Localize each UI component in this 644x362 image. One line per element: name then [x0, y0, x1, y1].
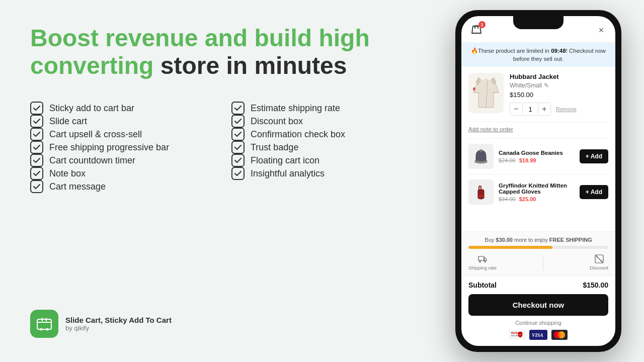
- edit-icon[interactable]: ✎: [544, 82, 549, 89]
- add-gloves-button[interactable]: + Add: [580, 185, 608, 199]
- item-name-jacket: Hubbard Jacket: [510, 73, 608, 80]
- truck-icon: [477, 254, 488, 264]
- svg-line-22: [595, 255, 603, 263]
- feature-slide: Slide cart: [30, 115, 211, 128]
- visa-badge-icon: VISA: [529, 330, 547, 340]
- check-icon-13: [231, 167, 245, 180]
- mastercard-badge: [551, 330, 568, 340]
- shipping-rate-icon-item: Shipping rate: [468, 254, 497, 270]
- feature-label-estimate: Estimate shipping rate: [251, 103, 340, 114]
- check-icon-9: [231, 115, 245, 128]
- upsell-prices-gloves: $34.00 $25.00: [499, 196, 575, 202]
- icons-divider: [543, 255, 543, 270]
- subtotal-amount: $150.00: [583, 281, 608, 289]
- discount-icon-item: Discount: [590, 254, 608, 270]
- svg-rect-9: [232, 128, 244, 140]
- discount-tag-icon: [594, 254, 604, 264]
- svg-rect-2: [31, 128, 43, 140]
- svg-rect-12: [232, 167, 244, 179]
- svg-rect-6: [31, 180, 43, 193]
- cart-footer: Subtotal $150.00 Checkout now Continue s…: [461, 276, 615, 346]
- upsell-name-beanies: Canada Goose Beanies: [499, 150, 575, 156]
- headline-green-converting: converting: [30, 52, 153, 79]
- feature-countdown: Cart countdown timer: [30, 154, 211, 167]
- item-image-jacket: [468, 73, 504, 113]
- feature-trust: Trust badge: [231, 141, 413, 154]
- phone-mock: 1 × 🔥These product are limited in 09:48!…: [455, 10, 621, 352]
- trust-badges-row: McAfee SECURE VISA: [468, 330, 608, 340]
- close-button[interactable]: ×: [595, 24, 607, 36]
- cart-app-icon: [36, 315, 53, 332]
- svg-rect-11: [232, 154, 244, 166]
- svg-point-17: [479, 149, 482, 152]
- check-icon-4: [30, 141, 43, 154]
- svg-rect-10: [232, 141, 244, 153]
- upsell-info-gloves: Gryffindor Knitted Mitten Capped Gloves …: [499, 183, 575, 202]
- shipping-bar-text: Buy $30.00 more to enjoy FREE SHIPPING: [468, 237, 608, 243]
- check-icon-8: [231, 102, 245, 115]
- feature-estimate: Estimate shipping rate: [231, 102, 413, 115]
- visa-badge: VISA: [529, 330, 547, 340]
- item-variant-jacket: White/Small ✎: [510, 82, 608, 89]
- upsell-new-price-gloves: $25.00: [519, 196, 536, 202]
- timer-banner: 🔥These product are limited in 09:48! Che…: [461, 43, 615, 67]
- check-icon-2: [30, 115, 43, 128]
- upsell-old-price-gloves: $34.00: [499, 196, 516, 202]
- svg-point-24: [600, 260, 601, 261]
- svg-rect-18: [477, 195, 485, 197]
- headline-green-line1: Boost revenue and build high: [30, 25, 370, 51]
- discount-label: Discount: [590, 265, 608, 270]
- upsell-info-beanies: Canada Goose Beanies $24.00 $18.99: [499, 150, 575, 163]
- headline-dark: store in minutes: [153, 52, 347, 79]
- checkout-now-button[interactable]: Checkout now: [468, 294, 608, 316]
- svg-rect-16: [473, 87, 475, 90]
- add-note-link[interactable]: Add note to order: [468, 122, 608, 132]
- feature-note: Note box: [30, 167, 211, 180]
- svg-text:SECURE: SECURE: [511, 335, 519, 337]
- gloves-illustration: [471, 182, 491, 202]
- continue-shopping-link[interactable]: Continue shopping: [468, 320, 608, 326]
- feature-label-message: Cart message: [49, 182, 106, 192]
- svg-rect-7: [232, 102, 244, 114]
- svg-rect-1: [31, 115, 43, 127]
- shipping-rate-label: Shipping rate: [468, 265, 497, 270]
- check-icon-10: [231, 128, 245, 141]
- add-beanies-button[interactable]: + Add: [580, 149, 608, 163]
- svg-point-14: [40, 328, 43, 331]
- feature-sticky: Sticky add to cart bar: [30, 102, 211, 115]
- headline: Boost revenue and build high converting …: [30, 24, 413, 79]
- feature-label-slide: Slide cart: [49, 116, 87, 127]
- mastercard-badge-icon: [551, 330, 568, 340]
- qty-decrease-button[interactable]: −: [510, 103, 523, 116]
- check-icon-1: [30, 102, 43, 115]
- cart-item-main: Hubbard Jacket White/Small ✎ $150.00 − 1…: [468, 73, 608, 116]
- svg-rect-4: [31, 154, 43, 166]
- qty-controls-jacket: − 1 + Remove: [510, 103, 608, 116]
- feature-label-note: Note box: [49, 168, 86, 179]
- app-badge: Slide Cart, Sticky Add To Cart by qikify: [30, 292, 413, 338]
- item-price-jacket: $150.00: [510, 91, 608, 99]
- timer-text-pre: 🔥These product are limited in: [471, 48, 551, 54]
- shipping-bar-fill: [468, 246, 552, 249]
- svg-rect-0: [31, 102, 43, 114]
- cart-badge: 1: [478, 21, 486, 28]
- cart-body[interactable]: Hubbard Jacket White/Small ✎ $150.00 − 1…: [461, 67, 615, 231]
- cart-icon-wrap: 1: [469, 23, 484, 37]
- remove-link[interactable]: Remove: [556, 106, 577, 112]
- upsell-item-beanies: Canada Goose Beanies $24.00 $18.99 + Add: [468, 138, 608, 174]
- feature-label-discount: Discount box: [251, 116, 303, 127]
- check-icon-5: [30, 154, 43, 167]
- upsell-item-gloves: Gryffindor Knitted Mitten Capped Gloves …: [468, 174, 608, 210]
- features-grid: Sticky add to cart bar Slide cart Cart u…: [30, 102, 413, 193]
- svg-rect-13: [37, 319, 51, 329]
- upsell-old-price-beanies: $24.00: [499, 157, 516, 163]
- feature-label-analytics: Insightful analytics: [251, 168, 325, 179]
- feature-message: Cart message: [30, 180, 211, 193]
- check-icon-6: [30, 167, 43, 180]
- upsell-img-gloves: [468, 179, 494, 205]
- check-icon-11: [231, 141, 245, 154]
- check-icon-3: [30, 128, 43, 141]
- qty-increase-button[interactable]: +: [538, 103, 551, 116]
- svg-rect-5: [31, 167, 43, 179]
- subtotal-row: Subtotal $150.00: [468, 281, 608, 289]
